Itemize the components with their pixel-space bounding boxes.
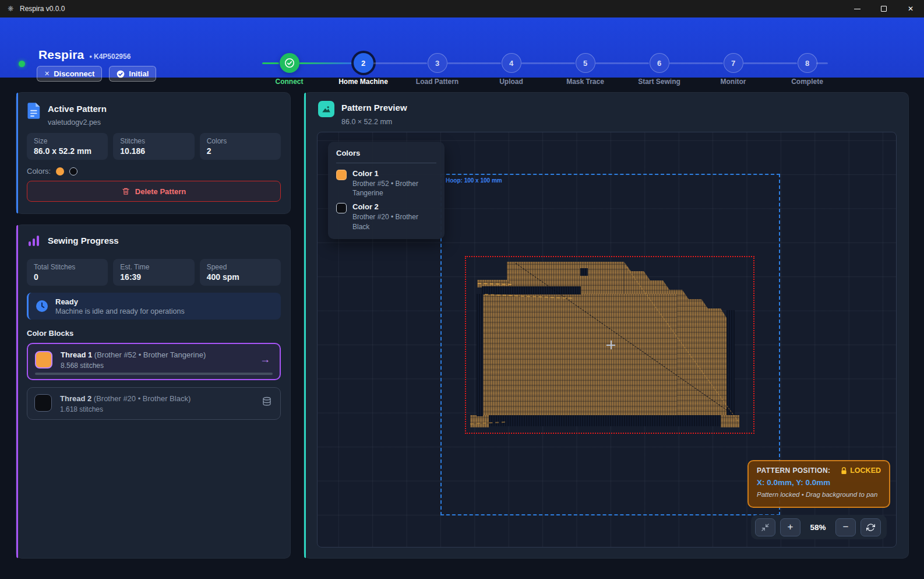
status-description: Machine is idle and ready for operations xyxy=(55,307,185,315)
step-upload: 4 Upload xyxy=(474,53,548,86)
lock-icon xyxy=(841,467,847,475)
stat-label: Stitches xyxy=(120,137,187,145)
workflow-stepper: Connect 2 Home Machine 3 Load Pattern 4 … xyxy=(252,53,843,90)
thread-1-title: Thread 1 (Brother #52 • Brother Tangerin… xyxy=(61,350,206,359)
minimize-icon xyxy=(854,9,860,9)
step-connector xyxy=(743,62,797,64)
step-label: Monitor xyxy=(696,78,770,86)
machine-status-banner: Ready Machine is idle and ready for oper… xyxy=(27,293,281,320)
pattern-position-box: PATTERN POSITION: LOCKED X: 0.0mm, Y: 0.… xyxy=(747,460,890,508)
delete-pattern-button[interactable]: Delete Pattern xyxy=(27,181,281,202)
stat-label: Colors xyxy=(207,137,274,145)
pattern-stats: Size 86.0 x 52.2 mm Stitches 10.186 Colo… xyxy=(27,133,281,160)
initial-button[interactable]: Initial xyxy=(109,66,156,82)
thread-1-block[interactable]: Thread 1 (Brother #52 • Brother Tangerin… xyxy=(27,343,281,380)
maximize-icon xyxy=(881,6,887,12)
connection-status-dot xyxy=(19,61,25,67)
legend-color-1: Color 1 Brother #52 • Brother Tangerine xyxy=(336,169,436,198)
check-circle-icon xyxy=(117,70,125,78)
zoom-out-button[interactable]: − xyxy=(835,518,856,536)
stat-label: Speed xyxy=(207,263,274,271)
sewing-progress-card: Sewing Progress Total Stitches 0 Est. Ti… xyxy=(16,224,291,559)
step-label: Connect xyxy=(252,78,326,86)
step-label: Load Pattern xyxy=(400,78,474,86)
step-connect: Connect xyxy=(252,53,326,86)
zoom-in-button[interactable]: + xyxy=(780,518,800,536)
close-icon: ✕ xyxy=(908,5,914,13)
step-monitor: 7 Monitor xyxy=(696,53,770,86)
position-coordinates: X: 0.0mm, Y: 0.0mm xyxy=(757,478,881,487)
legend-texts: Color 2 Brother #20 • Brother Black xyxy=(352,202,436,231)
step-number: 2 xyxy=(354,53,373,73)
legend-swatch-2 xyxy=(336,203,347,213)
legend-color-desc: Brother #52 • Brother Tangerine xyxy=(352,179,436,198)
color-swatch-2 xyxy=(69,167,77,176)
machine-serial: • K4P502956 xyxy=(89,52,131,61)
step-connector xyxy=(373,62,427,64)
step-connector xyxy=(299,62,353,64)
app-header: Respira • K4P502956 ✕ Disconnect Initial… xyxy=(0,17,924,78)
clock-icon xyxy=(36,300,48,313)
step-number: 6 xyxy=(650,53,669,73)
stat-est-time: Est. Time 16:39 xyxy=(113,259,194,286)
file-icon xyxy=(27,102,42,120)
pattern-preview-card: Pattern Preview 86.0 × 52.2 mm Hoop: 100… xyxy=(304,92,909,559)
step-connector xyxy=(669,62,723,64)
center-crosshair-icon xyxy=(606,341,615,349)
sewing-stats: Total Stitches 0 Est. Time 16:39 Speed 4… xyxy=(27,259,281,286)
delete-pattern-label: Delete Pattern xyxy=(135,187,186,196)
status-title: Ready xyxy=(55,297,185,306)
stat-speed: Speed 400 spm xyxy=(200,259,281,286)
stat-colors: Colors 2 xyxy=(200,133,281,160)
fit-to-view-button[interactable] xyxy=(755,518,775,536)
legend-swatch-1 xyxy=(336,170,347,180)
legend-color-2: Color 2 Brother #20 • Brother Black xyxy=(336,202,436,231)
thread-2-stitches: 1.618 stitches xyxy=(60,405,103,413)
thread-2-block[interactable]: Thread 2 (Brother #20 • Brother Black) 1… xyxy=(27,387,281,420)
position-hint: Pattern locked • Drag background to pan xyxy=(757,491,881,498)
window-titlebar: ❋ Respira v0.0.0 ✕ xyxy=(0,0,924,17)
initial-label: Initial xyxy=(129,69,149,78)
window-controls: ✕ xyxy=(844,0,924,17)
step-connector xyxy=(521,62,575,64)
stat-value: 400 spm xyxy=(207,272,274,282)
thread-2-title: Thread 2 (Brother #20 • Brother Black) xyxy=(60,394,191,403)
legend-color-name: Color 2 xyxy=(352,202,436,211)
step-number: 5 xyxy=(576,53,595,73)
step-connector xyxy=(447,62,501,64)
step-connector xyxy=(595,62,649,64)
stat-value: 2 xyxy=(207,146,274,156)
step-label: Mask Trace xyxy=(548,78,622,86)
preview-dimensions: 86.0 × 52.2 mm xyxy=(341,118,392,126)
minimize-button[interactable] xyxy=(844,0,870,17)
step-label: Upload xyxy=(474,78,548,86)
stat-value: 16:39 xyxy=(120,272,187,282)
card-title: Pattern Preview xyxy=(341,103,407,113)
status-texts: Ready Machine is idle and ready for oper… xyxy=(55,297,185,315)
app-icon: ❋ xyxy=(6,5,15,13)
step-number: 8 xyxy=(798,53,817,73)
step-number: 7 xyxy=(724,53,743,73)
stat-value: 0 xyxy=(34,272,101,282)
step-number: 4 xyxy=(502,53,521,73)
step-load-pattern: 3 Load Pattern xyxy=(400,53,474,86)
thread-2-swatch xyxy=(34,394,52,412)
thread-1-swatch xyxy=(35,351,52,369)
stat-label: Total Stitches xyxy=(34,263,101,271)
disconnect-button[interactable]: ✕ Disconnect xyxy=(37,66,102,82)
step-label: Complete xyxy=(770,78,844,86)
image-icon xyxy=(318,101,334,117)
plus-icon: + xyxy=(788,521,793,533)
step-connect-check-icon xyxy=(280,53,299,73)
colors-legend-title: Colors xyxy=(336,149,436,157)
pattern-colors-row: Colors: xyxy=(27,167,77,176)
compress-icon xyxy=(761,523,770,532)
maximize-button[interactable] xyxy=(870,0,897,17)
preview-canvas[interactable]: Hoop: 100 x 100 mm Colors Color 1 Brothe… xyxy=(317,132,897,548)
active-pattern-card: Active Pattern valetudogv2.pes Size 86.0… xyxy=(16,92,291,214)
reset-view-button[interactable] xyxy=(860,518,881,536)
legend-color-desc: Brother #20 • Brother Black xyxy=(352,212,436,231)
thread-1-stitches: 8.568 stitches xyxy=(61,362,104,370)
divider xyxy=(336,163,436,163)
close-button[interactable]: ✕ xyxy=(897,0,924,17)
